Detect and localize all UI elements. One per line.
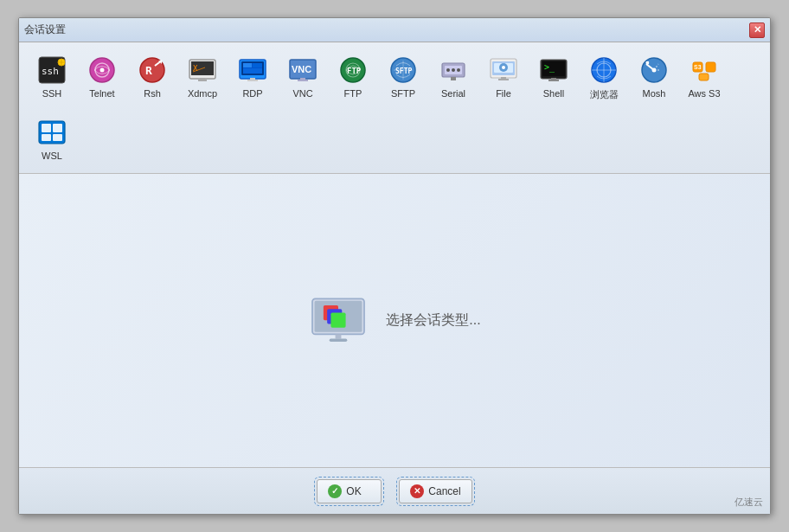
cancel-label: Cancel bbox=[428, 485, 460, 497]
session-type-file[interactable]: File bbox=[481, 49, 526, 106]
watermark: 亿速云 bbox=[734, 496, 763, 509]
placeholder-text: 选择会话类型... bbox=[386, 311, 480, 330]
ok-label: OK bbox=[346, 485, 361, 497]
session-type-awss3[interactable]: S3 Aws S3 bbox=[682, 49, 727, 106]
vnc-icon: VNC bbox=[287, 54, 318, 86]
browser-icon bbox=[588, 54, 619, 86]
svg-rect-57 bbox=[699, 74, 709, 80]
window-title: 会话设置 bbox=[24, 22, 66, 37]
svg-point-37 bbox=[457, 68, 460, 72]
telnet-label: Telnet bbox=[89, 88, 114, 99]
svg-text:FTP: FTP bbox=[347, 67, 362, 75]
session-type-mosh[interactable]: Mosh bbox=[632, 49, 677, 106]
rdp-label: RDP bbox=[242, 88, 262, 99]
ssh-icon: ssh bbox=[36, 54, 67, 86]
browser-label: 浏览器 bbox=[590, 88, 619, 101]
svg-text:>_: >_ bbox=[544, 62, 555, 73]
rdp-icon bbox=[237, 54, 268, 86]
ssh-label: SSH bbox=[42, 88, 62, 99]
session-type-xdmcp[interactable]: X Xdmcp bbox=[180, 49, 225, 106]
mosh-icon bbox=[638, 54, 670, 86]
monitor-placeholder-icon bbox=[308, 295, 369, 347]
ok-icon: ✓ bbox=[328, 484, 342, 498]
serial-label: Serial bbox=[441, 88, 465, 99]
shell-label: Shell bbox=[543, 88, 564, 99]
svg-rect-61 bbox=[53, 124, 62, 132]
telnet-icon bbox=[87, 54, 118, 86]
svg-rect-69 bbox=[336, 334, 342, 338]
svg-point-5 bbox=[100, 68, 105, 73]
cancel-icon: ✕ bbox=[410, 484, 424, 498]
sftp-label: SFTP bbox=[391, 88, 415, 99]
rsh-label: Rsh bbox=[144, 88, 161, 99]
close-button[interactable]: ✕ bbox=[749, 22, 765, 38]
svg-rect-20 bbox=[253, 63, 262, 67]
session-type-telnet[interactable]: Telnet bbox=[80, 49, 125, 106]
wsl-label: WSL bbox=[42, 151, 62, 161]
session-type-vnc[interactable]: VNC VNC bbox=[280, 49, 325, 106]
svg-rect-19 bbox=[243, 63, 252, 67]
ftp-icon: FTP bbox=[337, 54, 369, 86]
svg-rect-70 bbox=[330, 338, 348, 341]
awss3-icon: S3 bbox=[689, 54, 720, 86]
file-label: File bbox=[496, 88, 511, 99]
wsl-icon bbox=[36, 117, 67, 148]
placeholder-container: 选择会话类型... bbox=[308, 295, 480, 347]
svg-text:VNC: VNC bbox=[292, 64, 311, 74]
svg-point-36 bbox=[452, 68, 455, 72]
svg-text:R: R bbox=[145, 64, 152, 77]
svg-text:SFTP: SFTP bbox=[395, 67, 412, 75]
mosh-label: Mosh bbox=[643, 88, 666, 99]
session-type-toolbar: ssh SSH Telnet bbox=[19, 42, 770, 174]
session-type-sftp[interactable]: SFTP SFTP bbox=[381, 49, 426, 106]
svg-rect-38 bbox=[451, 77, 456, 80]
cancel-button[interactable]: ✕ Cancel bbox=[399, 479, 471, 503]
svg-point-43 bbox=[502, 66, 505, 69]
content-area: 选择会话类型... bbox=[19, 174, 770, 467]
svg-rect-56 bbox=[706, 62, 715, 72]
vnc-label: VNC bbox=[292, 88, 312, 99]
file-icon bbox=[488, 54, 519, 86]
svg-rect-62 bbox=[42, 134, 51, 141]
title-bar: 会话设置 ✕ bbox=[19, 18, 770, 42]
session-type-serial[interactable]: Serial bbox=[431, 49, 476, 106]
session-type-browser[interactable]: 浏览器 bbox=[581, 49, 626, 106]
session-type-shell[interactable]: >_ Shell bbox=[531, 49, 576, 106]
session-type-ssh[interactable]: ssh SSH bbox=[29, 49, 74, 106]
main-window: 会话设置 ✕ ssh SSH bbox=[18, 17, 771, 515]
ftp-label: FTP bbox=[344, 88, 362, 99]
session-type-wsl[interactable]: WSL bbox=[29, 112, 74, 166]
serial-icon bbox=[438, 54, 469, 86]
svg-point-35 bbox=[446, 68, 450, 72]
xdmcp-icon: X bbox=[187, 54, 218, 86]
svg-rect-60 bbox=[42, 124, 51, 132]
ok-button[interactable]: ✓ OK bbox=[317, 479, 382, 503]
svg-rect-63 bbox=[53, 134, 62, 141]
session-type-rdp[interactable]: RDP bbox=[230, 49, 275, 106]
xdmcp-label: Xdmcp bbox=[188, 88, 217, 99]
awss3-label: Aws S3 bbox=[688, 88, 720, 99]
svg-text:ssh: ssh bbox=[42, 66, 59, 77]
sftp-icon: SFTP bbox=[388, 54, 419, 86]
svg-rect-21 bbox=[243, 68, 262, 74]
session-type-ftp[interactable]: FTP FTP bbox=[330, 49, 375, 106]
rsh-icon: R bbox=[137, 54, 168, 86]
footer: ✓ OK ✕ Cancel bbox=[19, 467, 770, 514]
svg-text:S3: S3 bbox=[694, 64, 702, 70]
svg-rect-68 bbox=[331, 312, 346, 327]
session-type-rsh[interactable]: R Rsh bbox=[130, 49, 175, 106]
shell-icon: >_ bbox=[538, 54, 569, 86]
